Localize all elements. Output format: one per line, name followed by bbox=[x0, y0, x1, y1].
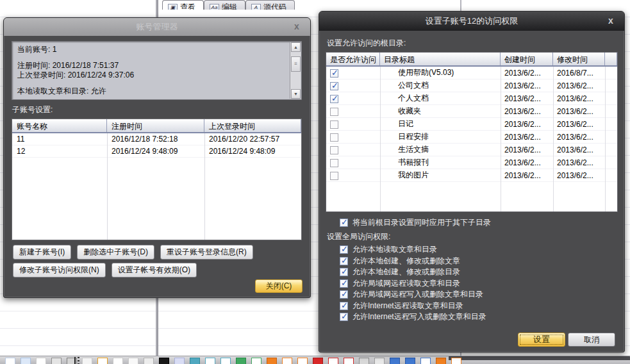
permission-checkbox[interactable] bbox=[340, 290, 348, 299]
table-row[interactable]: 个人文档 2013/6/2... 2013/6/2... bbox=[326, 92, 617, 105]
color-tag-icon[interactable] bbox=[21, 358, 31, 364]
color-tag-icon[interactable] bbox=[144, 358, 154, 364]
account-manager-titlebar[interactable]: 账号管理器 x bbox=[4, 18, 310, 36]
table-row[interactable]: 使用帮助(V5.03) 2013/6/2... 2016/8/7... bbox=[326, 67, 617, 79]
row-checkbox[interactable] bbox=[330, 108, 338, 116]
color-tag-icon[interactable] bbox=[97, 358, 108, 364]
table-row[interactable]: 日程安排 2013/6/2... 2013/6/2... bbox=[326, 131, 617, 144]
permission-checkbox[interactable] bbox=[340, 245, 348, 254]
color-tag-icon[interactable] bbox=[359, 358, 369, 364]
scrollbar[interactable]: ▲ ≡ ▼ bbox=[290, 42, 301, 99]
column-header-allow[interactable]: 是否允许访问 bbox=[326, 53, 380, 65]
color-tag-icon[interactable] bbox=[236, 358, 246, 364]
table-row[interactable]: 生活文摘 2013/6/2... 2013/6/2... bbox=[326, 144, 617, 156]
permission-checkbox[interactable] bbox=[340, 257, 348, 265]
scroll-down-icon[interactable]: ▼ bbox=[291, 89, 301, 99]
color-tag-icon[interactable] bbox=[344, 358, 354, 364]
color-tag-icon[interactable] bbox=[390, 358, 400, 364]
document-tab[interactable]: A 源代码 bbox=[245, 0, 295, 10]
color-tag-icon[interactable] bbox=[267, 358, 277, 364]
color-tag-icon[interactable] bbox=[113, 358, 123, 364]
apply-to-children-checkbox[interactable] bbox=[340, 219, 348, 227]
account-action-button[interactable]: 设置子帐号有效期(O) bbox=[112, 263, 197, 277]
permission-checkbox-row[interactable]: 允许本地读取文章和目录 bbox=[340, 244, 486, 256]
color-tag-icon[interactable] bbox=[420, 358, 431, 364]
root-dirs-label: 设置允许访问的根目录: bbox=[327, 38, 406, 49]
permission-checkbox-row[interactable]: 允许局域网远程读取文章和目录 bbox=[340, 278, 486, 290]
cell-created: 2013/6/2... bbox=[501, 171, 553, 180]
account-action-button[interactable]: 修改子账号访问权限(N) bbox=[13, 263, 106, 277]
color-tag-icon[interactable] bbox=[159, 358, 169, 364]
permission-checkbox-row[interactable]: 允许Internet远程写入或删除文章和目录 bbox=[340, 311, 486, 323]
close-button[interactable]: 关闭(C) bbox=[255, 279, 303, 293]
cell-created: 2013/6/2... bbox=[501, 81, 553, 90]
permission-checkbox-row[interactable]: 允许局域网远程写入或删除文章和目录 bbox=[340, 289, 486, 301]
column-header-empty bbox=[605, 53, 617, 65]
color-tag-icon[interactable] bbox=[328, 358, 338, 364]
desktop-background: ▣ 查看 Aa 编辑 A 源代码 bbox=[0, 0, 630, 364]
cell-account-name: 12 bbox=[12, 147, 107, 156]
close-icon[interactable]: x bbox=[605, 15, 617, 26]
permission-checkbox[interactable] bbox=[340, 313, 348, 321]
table-row[interactable]: 收藏夹 2013/6/2... 2013/6/2... bbox=[326, 105, 617, 118]
row-checkbox[interactable] bbox=[330, 82, 338, 90]
color-tag-icon[interactable] bbox=[313, 358, 323, 364]
account-action-button[interactable]: 新建子账号(I) bbox=[13, 245, 71, 260]
color-tag-icon[interactable] bbox=[82, 358, 92, 364]
color-tag-icon[interactable] bbox=[5, 358, 15, 364]
account-action-button[interactable]: 删除选中子账号(D) bbox=[77, 245, 154, 260]
color-tag-icon[interactable] bbox=[174, 358, 185, 364]
column-header-created[interactable]: 创建时间 bbox=[501, 53, 553, 65]
document-tab[interactable]: Aa 编辑 bbox=[204, 0, 245, 10]
table-row[interactable]: 书籍报刊 2013/6/2... 2013/6/2... bbox=[326, 156, 617, 169]
table-row[interactable]: 我的图片 2013/6/2... 2013/6/2... bbox=[326, 169, 617, 182]
row-checkbox[interactable] bbox=[330, 159, 338, 167]
apply-to-children-row[interactable]: 将当前根目录设置同时应用于其下子目录 bbox=[340, 217, 491, 228]
color-tag-icon[interactable] bbox=[190, 358, 200, 364]
document-tab[interactable]: ▣ 查看 bbox=[162, 0, 204, 10]
permission-checkbox-row[interactable]: 允许本地创建、修改或删除目录 bbox=[340, 267, 486, 278]
scroll-up-icon[interactable]: ▲ bbox=[291, 42, 301, 52]
column-header-modified[interactable]: 修改时间 bbox=[553, 53, 605, 65]
close-icon[interactable]: x bbox=[291, 21, 303, 32]
permission-dialog-titlebar[interactable]: 设置子账号12的访问权限 x bbox=[319, 12, 624, 31]
scrollbar-thumb[interactable]: ≡ bbox=[291, 56, 301, 72]
permission-checkbox-row[interactable]: 允许本地创建、修改或删除文章 bbox=[340, 256, 486, 267]
row-checkbox[interactable] bbox=[330, 120, 338, 129]
row-checkbox[interactable] bbox=[330, 172, 338, 180]
column-header-lastlogin[interactable]: 上次登录时间 bbox=[204, 119, 301, 132]
permission-checkbox[interactable] bbox=[340, 279, 348, 288]
permission-dialog: 设置子账号12的访问权限 x 设置允许访问的根目录: 是否允许访问 目录标题 创… bbox=[319, 11, 625, 352]
permission-checkbox[interactable] bbox=[340, 302, 348, 310]
account-action-button[interactable]: 重设子账号登录信息(R) bbox=[160, 245, 253, 260]
color-tag-icon[interactable] bbox=[436, 358, 446, 364]
color-tag-icon[interactable] bbox=[451, 358, 461, 364]
table-row[interactable]: 12 2016/12/24 9:48:09 2016/12/24 9:48:09 bbox=[12, 145, 301, 158]
color-tag-icon[interactable] bbox=[220, 358, 231, 364]
color-tag-icon[interactable] bbox=[205, 358, 215, 364]
column-header-title[interactable]: 目录标题 bbox=[380, 53, 501, 65]
table-row[interactable]: 日记 2013/6/2... 2013/6/2... bbox=[326, 118, 617, 131]
cancel-button[interactable]: 取消 bbox=[568, 333, 615, 347]
color-tag-icon[interactable] bbox=[282, 358, 292, 364]
table-row[interactable]: 公司文档 2013/6/2... 2013/6/2... bbox=[326, 79, 617, 92]
row-checkbox[interactable] bbox=[330, 133, 338, 142]
color-tag-icon[interactable] bbox=[51, 358, 62, 364]
column-header-name[interactable]: 账号名称 bbox=[12, 119, 107, 132]
color-tag-icon[interactable] bbox=[405, 358, 415, 364]
set-button[interactable]: 设置 bbox=[518, 333, 565, 347]
permission-checkbox-row[interactable]: 允许Internet远程读取文章和目录 bbox=[340, 301, 486, 312]
column-header-registered[interactable]: 注册时间 bbox=[107, 119, 204, 132]
row-checkbox[interactable] bbox=[330, 146, 338, 154]
permission-checkbox[interactable] bbox=[340, 268, 348, 276]
color-tag-icon[interactable] bbox=[36, 358, 46, 364]
color-tag-icon[interactable] bbox=[251, 358, 261, 364]
row-checkbox[interactable] bbox=[330, 95, 338, 103]
row-checkbox[interactable] bbox=[330, 69, 338, 78]
account-info-line: 上次登录时间: 2016/12/24 9:37:06 bbox=[17, 70, 286, 80]
color-tag-icon[interactable] bbox=[297, 358, 308, 364]
table-row[interactable]: 11 2016/12/18 7:52:18 2016/12/20 22:57:5… bbox=[12, 133, 301, 145]
color-tag-icon[interactable] bbox=[374, 358, 385, 364]
color-tag-icon[interactable] bbox=[128, 358, 138, 364]
dialog-title: 账号管理器 bbox=[137, 21, 178, 33]
